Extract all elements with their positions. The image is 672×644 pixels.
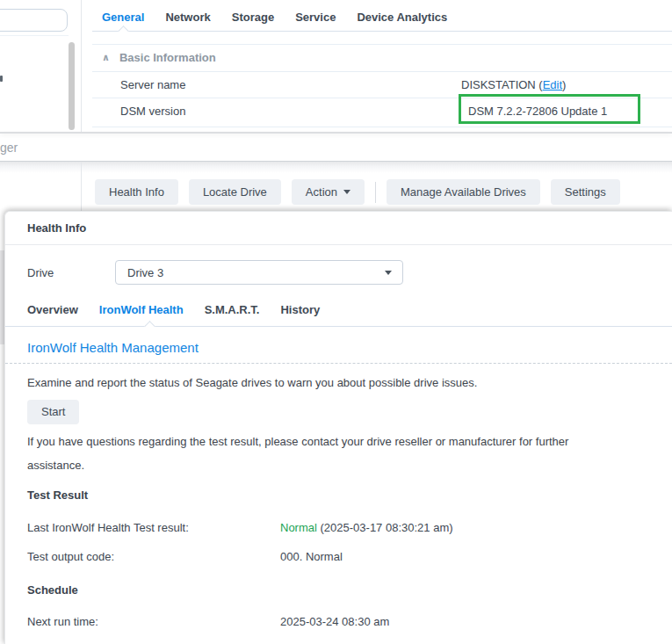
schedule-heading: Schedule — [27, 583, 78, 597]
start-button[interactable]: Start — [27, 400, 79, 424]
edit-link[interactable]: Edit — [543, 78, 562, 91]
tab-service[interactable]: Service — [295, 11, 336, 24]
screen: General Network Storage Service Device A… — [0, 0, 672, 644]
settings-button[interactable]: Settings — [551, 179, 620, 205]
health-info-dialog: Health Info Drive Drive 3 Overview IronW… — [4, 211, 672, 644]
toolbar-separator — [375, 182, 376, 203]
tab-overview[interactable]: Overview — [27, 303, 78, 316]
caret-down-icon — [343, 190, 350, 194]
search-input[interactable] — [0, 9, 68, 32]
panel-divider — [81, 163, 82, 212]
drive-label: Drive — [27, 266, 54, 279]
test-result-heading: Test Result — [27, 488, 88, 502]
drive-select[interactable]: Drive 3 — [115, 260, 403, 285]
storage-manager-window: Health Info Locate Drive Action Manage A… — [0, 161, 672, 211]
status-normal: Normal — [280, 521, 317, 534]
tab-device-analytics[interactable]: Device Analytics — [357, 11, 447, 24]
server-name-label: Server name — [120, 78, 185, 91]
action-label: Action — [306, 185, 337, 199]
control-panel-window: General Network Storage Service Device A… — [0, 0, 672, 133]
health-info-button[interactable]: Health Info — [95, 179, 178, 205]
panel-divider — [81, 0, 82, 133]
dashed-divider — [5, 363, 672, 364]
window-bottom-edge — [0, 132, 672, 134]
active-tab-notch — [144, 321, 155, 332]
description-text: Examine and report the status of Seagate… — [27, 376, 477, 389]
active-tab-notch — [118, 25, 129, 37]
green-highlight-box — [459, 94, 640, 124]
test-output-code-value: 000. Normal — [280, 550, 343, 563]
locate-drive-button[interactable]: Locate Drive — [189, 179, 281, 205]
drive-select-value: Drive 3 — [127, 266, 163, 279]
tab-underline — [5, 326, 672, 327]
manage-available-drives-button[interactable]: Manage Available Drives — [387, 179, 540, 205]
action-dropdown-button[interactable]: Action — [292, 179, 365, 205]
tab-storage[interactable]: Storage — [232, 11, 274, 24]
dsm-version-label: DSM version — [120, 105, 185, 118]
note-text-line1: If you have questions regarding the test… — [27, 435, 568, 448]
tab-history[interactable]: History — [280, 303, 320, 316]
row-divider — [92, 71, 672, 72]
storage-manager-toolbar: Health Info Locate Drive Action Manage A… — [95, 179, 620, 205]
dialog-header-divider — [5, 244, 672, 245]
next-run-time-label: Next run time: — [27, 615, 98, 628]
caret-down-icon — [385, 271, 392, 275]
tab-smart[interactable]: S.M.A.R.T. — [205, 303, 260, 316]
row-divider — [92, 44, 672, 45]
basic-information-section-header[interactable]: ∧ Basic Information — [102, 51, 216, 64]
sidebar-text-fragment — [0, 76, 3, 82]
test-output-code-label: Test output code: — [27, 550, 114, 563]
status-timestamp: (2025-03-17 08:30:21 am) — [317, 521, 453, 534]
server-name-value: DISKSTATION (Edit) — [461, 78, 566, 91]
note-text-line2: assistance. — [27, 459, 84, 472]
ironwolf-health-management-heading: IronWolf Health Management — [27, 340, 199, 355]
control-panel-tabs: General Network Storage Service Device A… — [102, 11, 447, 24]
next-run-time-value: 2025-03-24 08:30 am — [280, 615, 389, 628]
dialog-tabs: Overview IronWolf Health S.M.A.R.T. Hist… — [27, 303, 320, 316]
last-test-result-label: Last IronWolf Health Test result: — [27, 521, 189, 534]
sidebar-divider — [0, 35, 69, 36]
sidebar-scrollbar-thumb[interactable] — [69, 42, 75, 130]
dialog-title: Health Info — [27, 221, 86, 235]
server-name-text: DISKSTATION ( — [461, 78, 543, 91]
server-name-text-suffix: ) — [562, 78, 566, 91]
section-title: Basic Information — [119, 51, 216, 64]
tab-network[interactable]: Network — [165, 11, 210, 24]
storage-manager-title-fragment: ger — [0, 141, 18, 155]
tab-general[interactable]: General — [102, 11, 144, 24]
tab-underline — [92, 31, 672, 32]
last-test-result-value: Normal (2025-03-17 08:30:21 am) — [280, 521, 453, 534]
tab-ironwolf-health[interactable]: IronWolf Health — [99, 303, 184, 316]
row-divider — [92, 127, 672, 127]
chevron-up-icon: ∧ — [102, 52, 110, 63]
